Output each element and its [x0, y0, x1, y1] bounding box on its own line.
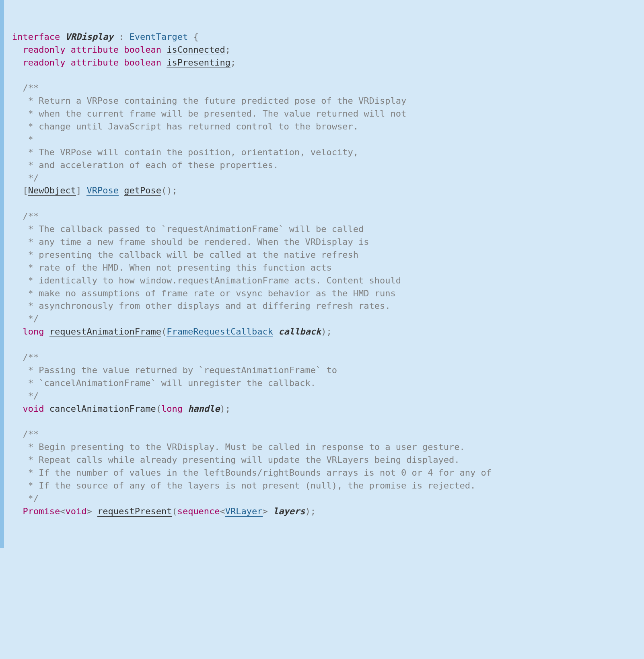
- method-getpose[interactable]: getPose: [124, 185, 161, 196]
- extattr-newobject[interactable]: NewObject: [28, 185, 76, 196]
- kw-readonly: readonly: [23, 57, 66, 68]
- method-cancelanimationframe[interactable]: cancelAnimationFrame: [49, 404, 156, 414]
- comment-raf: /** * The callback passed to `requestAni…: [12, 211, 401, 324]
- kw-attribute: attribute: [71, 57, 119, 68]
- comment-requestpresent: /** * Begin presenting to the VRDisplay.…: [12, 429, 492, 503]
- kw-long: long: [161, 404, 183, 414]
- kw-attribute: attribute: [71, 45, 119, 55]
- kw-promise: Promise: [23, 506, 60, 516]
- kw-interface: interface: [12, 32, 60, 42]
- type-vrpose[interactable]: VRPose: [86, 185, 118, 196]
- kw-boolean: boolean: [124, 57, 161, 68]
- comment-caf: /** * Passing the value returned by `req…: [12, 352, 337, 401]
- interface-name: VRDisplay: [65, 32, 113, 42]
- attr-ispresenting[interactable]: isPresenting: [167, 57, 230, 68]
- kw-long: long: [23, 326, 44, 337]
- method-requestpresent[interactable]: requestPresent: [97, 506, 172, 517]
- type-vrlayer[interactable]: VRLayer: [225, 506, 263, 517]
- arg-layers: layers: [273, 506, 305, 516]
- extends-link[interactable]: EventTarget: [129, 32, 188, 42]
- method-requestanimationframe[interactable]: requestAnimationFrame: [49, 326, 161, 337]
- comment-getpose: /** * Return a VRPose containing the fut…: [12, 83, 406, 183]
- idl-block: interface VRDisplay : EventTarget { read…: [12, 32, 492, 517]
- type-framerequestcallback[interactable]: FrameRequestCallback: [167, 326, 273, 337]
- kw-void: void: [23, 404, 44, 414]
- arg-handle: handle: [188, 404, 220, 414]
- kw-readonly: readonly: [23, 45, 66, 55]
- kw-boolean: boolean: [124, 45, 161, 55]
- attr-isconnected[interactable]: isConnected: [167, 45, 225, 55]
- kw-void: void: [65, 506, 86, 516]
- kw-sequence: sequence: [177, 506, 220, 516]
- arg-callback: callback: [278, 326, 321, 337]
